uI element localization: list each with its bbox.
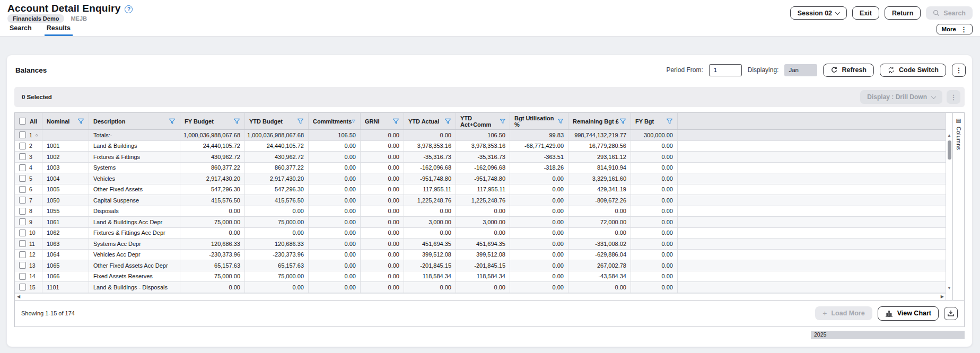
table-row[interactable]: 61005Other Fixed Assets547,296.30547,296…	[15, 184, 946, 196]
table-row[interactable]: 1Totals:-1,000,036,988,067.681,000,036,9…	[15, 130, 946, 141]
cell-ytd-actual: -201,845.15	[404, 260, 456, 271]
scroll-right-arrow-icon[interactable]: ▶	[941, 294, 944, 299]
row-select-cell: 12	[15, 250, 42, 260]
scroll-left-arrow-icon[interactable]: ◀	[17, 294, 20, 299]
toolbar-kebab-button[interactable]: ⋮	[952, 64, 966, 77]
filter-icon[interactable]	[557, 118, 564, 125]
code-switch-button[interactable]: Code Switch	[880, 64, 946, 77]
column-header-ytd-actual[interactable]: YTD Actual	[404, 113, 456, 129]
column-header-ytd-act-comm[interactable]: YTD Act+Comm	[456, 113, 510, 129]
row-checkbox[interactable]	[19, 262, 26, 269]
return-button[interactable]: Return	[885, 6, 921, 20]
table-row[interactable]: 51004Vehicles2,917,430.202,917,430.200.0…	[15, 173, 946, 184]
cell-commitments: 106.50	[309, 130, 361, 140]
row-checkbox[interactable]	[19, 251, 26, 258]
row-checkbox[interactable]	[19, 131, 26, 138]
tab-search[interactable]: Search	[7, 21, 34, 36]
row-checkbox[interactable]	[19, 284, 26, 290]
row-checkbox[interactable]	[19, 218, 26, 225]
cell-filler	[678, 184, 946, 195]
scroll-down-arrow-icon[interactable]: ▼	[946, 286, 952, 290]
cell-ytd-act-comm: 0.00	[456, 206, 510, 217]
exit-button[interactable]: Exit	[852, 6, 879, 20]
export-button[interactable]	[944, 307, 958, 320]
table-row[interactable]: 21001Land & Buildings24,440,105.7224,440…	[15, 141, 946, 152]
scroll-up-arrow-icon[interactable]: ▲	[946, 133, 952, 138]
filter-icon[interactable]	[77, 118, 84, 125]
cell-fy-bgt: 0.00	[631, 206, 678, 217]
row-checkbox[interactable]	[19, 164, 26, 171]
row-checkbox[interactable]	[19, 143, 26, 149]
filter-icon[interactable]	[392, 118, 399, 125]
table-row[interactable]: 41003Systems860,377.22860,377.220.000.00…	[15, 163, 946, 174]
cell-nominal: 1063	[42, 239, 89, 249]
filter-icon[interactable]	[444, 118, 451, 125]
filter-icon[interactable]	[169, 118, 176, 125]
help-icon[interactable]: ?	[125, 5, 133, 13]
horizontal-scrollbar[interactable]: ◀ ▶	[15, 293, 946, 300]
cell-nominal: 1001	[42, 141, 89, 152]
column-header-fy-bgt[interactable]: FY Bgt	[631, 113, 678, 129]
column-header-commitments[interactable]: Commitments	[309, 113, 361, 129]
kebab-icon: ⋮	[956, 67, 962, 74]
cell-fy-bgt: 0.00	[631, 152, 678, 162]
cell-description: Land & Buildings	[89, 141, 180, 152]
cell-ytd-actual: 3,000.00	[404, 217, 456, 227]
table-row[interactable]: 71050Capital Suspense415,576.50415,576.5…	[15, 195, 946, 206]
table-row[interactable]: 81055Disposals0.000.000.000.000.000.000.…	[15, 206, 946, 217]
row-select-cell: 8	[15, 206, 42, 217]
table-row[interactable]: 121064Vehicles Acc Depr-230,373.96-230,3…	[15, 250, 946, 261]
cell-ytd-budget: 65,157.63	[245, 260, 309, 271]
filter-icon[interactable]	[500, 118, 506, 125]
row-checkbox[interactable]	[19, 273, 26, 280]
column-header-bgt-utilisation[interactable]: Bgt Utilisation %	[510, 113, 568, 129]
cell-ytd-budget: 2,917,430.20	[245, 173, 309, 184]
cell-ytd-act-comm: 118,584.34	[456, 271, 510, 282]
view-chart-button[interactable]: View Chart	[878, 306, 939, 321]
cell-fy-budget: 547,296.30	[180, 184, 245, 195]
row-checkbox[interactable]	[19, 175, 26, 182]
table-row[interactable]: 151101Land & Buildings - Disposals0.000.…	[15, 282, 946, 293]
column-header-description[interactable]: Description	[89, 113, 180, 129]
row-checkbox[interactable]	[19, 230, 26, 236]
column-header-nominal[interactable]: Nominal	[42, 113, 89, 129]
refresh-button[interactable]: Refresh	[823, 64, 874, 77]
cell-bgt-utilisation: 0.00	[510, 184, 568, 195]
column-header-remaining-bgt[interactable]: Remaining Bgt £	[568, 113, 631, 129]
table-row[interactable]: 101062Fixtures & Fittings Acc Depr0.000.…	[15, 228, 946, 239]
session-dropdown[interactable]: Session 02	[790, 6, 847, 20]
column-label: Nominal	[47, 118, 69, 125]
tab-results[interactable]: Results	[45, 21, 73, 36]
column-header-fy-budget[interactable]: FY Budget	[180, 113, 245, 129]
scrollbar-thumb[interactable]	[948, 140, 951, 160]
cell-filler	[678, 173, 946, 184]
select-all-checkbox[interactable]	[19, 118, 26, 125]
filter-icon[interactable]	[233, 118, 240, 125]
row-number: 5	[29, 175, 32, 182]
row-checkbox[interactable]	[19, 197, 26, 204]
row-checkbox[interactable]	[19, 208, 26, 215]
cell-bgt-utilisation: -318.26	[510, 163, 568, 173]
period-from-input[interactable]	[709, 64, 742, 76]
table-row[interactable]: 31002Fixtures & Fittings430,962.72430,96…	[15, 152, 946, 163]
table-row[interactable]: 111063Systems Acc Depr120,686.33120,686.…	[15, 239, 946, 250]
table-row[interactable]: 131065Other Fixed Assets Acc Depr65,157.…	[15, 260, 946, 271]
row-checkbox[interactable]	[19, 240, 26, 247]
cell-description: Vehicles Acc Depr	[89, 250, 180, 260]
cell-grni: 0.00	[361, 217, 404, 227]
cell-ytd-act-comm: 3,978,353.16	[456, 141, 510, 152]
columns-side-tab[interactable]: ▤ Columns	[952, 113, 964, 300]
row-checkbox[interactable]	[19, 186, 26, 193]
table-row[interactable]: 91061Land & Buildings Acc Depr75,000.007…	[15, 217, 946, 228]
filter-icon[interactable]	[619, 118, 626, 125]
column-header-ytd-budget[interactable]: YTD Budget	[245, 113, 309, 129]
table-row[interactable]: 141066Fixed Assets Reserves75,000.0075,0…	[15, 271, 946, 283]
vertical-scrollbar[interactable]: ▲ ▼	[946, 113, 952, 300]
row-checkbox[interactable]	[19, 153, 26, 160]
more-button[interactable]: More ⋮	[937, 24, 973, 34]
filter-icon[interactable]	[297, 118, 304, 125]
filter-icon[interactable]	[352, 118, 356, 125]
filter-icon[interactable]	[666, 118, 673, 125]
cell-ytd-actual: 1,225,248.76	[404, 195, 456, 206]
column-header-grni[interactable]: GRNI	[361, 113, 404, 129]
